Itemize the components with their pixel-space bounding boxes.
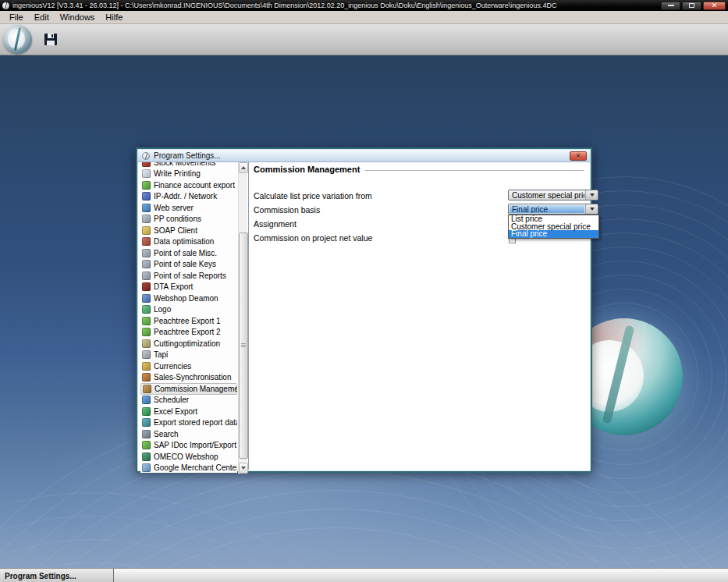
combo-dropdown-button[interactable] [585, 204, 598, 214]
sidebar-item-label: Cuttingoptimization [154, 339, 220, 348]
commission-net-value-label: Commission on project net value [254, 233, 372, 243]
sidebar-item-label: Logo [154, 305, 171, 314]
dialog-titlebar[interactable]: Program Settings... ✕ [138, 150, 590, 162]
sidebar-item-label: Peachtree Export 2 [154, 328, 221, 336]
sidebar-item-data-optimisation[interactable]: Data optimisation [140, 236, 237, 248]
dialog-title: Program Settings... [154, 151, 221, 160]
sidebar-item-label: Point of sale Misc. [154, 249, 217, 257]
sidebar-item-label: OMECO Webshop [154, 452, 218, 461]
sidebar-item-label: Write Printing [154, 169, 201, 178]
scroll-up-button[interactable] [239, 162, 248, 173]
scroll-down-button[interactable] [239, 463, 248, 474]
assignment-label: Assignment [254, 219, 297, 229]
toolbar [0, 24, 728, 55]
sidebar-item-peachtree-export-2[interactable]: Peachtree Export 2 [140, 327, 237, 339]
menu-hilfe[interactable]: Hilfe [100, 12, 128, 23]
arrow-down-icon [241, 467, 246, 470]
sync-icon [142, 373, 151, 381]
sidebar-item-tapi[interactable]: Tapi [140, 350, 237, 361]
sidebar-item-cuttingoptimization[interactable]: Cuttingoptimization [140, 338, 237, 350]
sidebar-item-peachtree-export-1[interactable]: Peachtree Export 1 [140, 315, 237, 327]
taskbar-button-label: Program Settings... [0, 572, 76, 580]
dialog-inner: Program Settings... ✕ Stock MovementsWri… [137, 149, 591, 471]
save-icon [44, 34, 57, 45]
commission-basis-combo[interactable]: Final price [508, 204, 598, 215]
sidebar-item-label: Tapi [154, 350, 168, 359]
sidebar-item-label: Export stored report data [154, 418, 237, 427]
minimize-button[interactable] [661, 2, 680, 10]
report-export-icon [142, 418, 151, 427]
menubar: FileEditWindowsHilfe [0, 11, 728, 24]
save-button[interactable] [44, 33, 58, 46]
program-settings-dialog: Program Settings... ✕ Stock MovementsWri… [136, 147, 592, 473]
cash-register-icon [142, 249, 151, 257]
sidebar-item-currencies[interactable]: Currencies [140, 360, 237, 372]
dialog-close-button[interactable]: ✕ [570, 151, 587, 161]
sidebar-item-omeco-webshop[interactable]: OMECO Webshop [140, 451, 237, 463]
sidebar-item-label: Data optimisation [154, 237, 214, 246]
calculate-list-price-combo[interactable]: Customer special price [508, 190, 598, 201]
sidebar-item-label: Scheduler [154, 396, 189, 404]
phone-icon [142, 350, 151, 359]
taskbar-program-settings-button[interactable]: Program Settings... [0, 569, 114, 582]
sidebar-item-search[interactable]: Search [140, 428, 237, 440]
commission-basis-value: Final price [510, 205, 584, 213]
panel-header: Commission Management [254, 165, 584, 174]
export-arrows-icon [142, 328, 151, 336]
sidebar-item-point-of-sale-misc[interactable]: Point of sale Misc. [140, 247, 237, 259]
sidebar-item-excel-export[interactable]: Excel Export [140, 406, 237, 417]
minimize-icon [668, 5, 674, 6]
sidebar-item-label: Google Merchant Center [154, 463, 237, 472]
scrollbar-thumb[interactable] [239, 232, 248, 459]
network-icon [142, 192, 151, 201]
ingenious-logo-icon [3, 25, 32, 54]
sidebar-item-webshop-deamon[interactable]: Webshop Deamon [140, 293, 237, 304]
dialog-logo-icon [142, 152, 150, 160]
sidebar-item-point-of-sale-reports[interactable]: Point of sale Reports [140, 270, 237, 282]
maximize-button[interactable] [682, 2, 701, 10]
sidebar-item-point-of-sale-keys[interactable]: Point of sale Keys [140, 259, 237, 271]
dropdown-option-final-price[interactable]: Final price [509, 230, 598, 238]
sidebar-item-google-merchant-center[interactable]: Google Merchant Center [140, 463, 237, 474]
sidebar-item-soap-client[interactable]: SOAP Client [140, 225, 237, 236]
cash-register-icon [142, 271, 151, 280]
sidebar-item-label: SAP IDoc Import/Export [154, 441, 236, 449]
sidebar-item-label: DTA Export [154, 282, 193, 291]
sidebar-item-label: Web server [154, 204, 194, 212]
sidebar-item-web-server[interactable]: Web server [140, 202, 237, 214]
soap-box-icon [142, 226, 151, 235]
scissors-icon [142, 339, 151, 348]
sidebar-item-sap-idoc-import-export[interactable]: SAP IDoc Import/Export [140, 440, 237, 452]
sidebar-item-dta-export[interactable]: DTA Export [140, 282, 237, 293]
database-monitor-icon [142, 237, 151, 246]
maximize-icon [689, 3, 694, 8]
dialog-close-icon: ✕ [575, 153, 581, 160]
sidebar-item-sales-synchronisation[interactable]: Sales-Synchronisation [140, 372, 237, 384]
commission-money-icon [143, 385, 151, 393]
calculate-list-price-value: Customer special price [510, 191, 584, 199]
scrollbar-grip [241, 343, 246, 348]
sidebar-scrollbar[interactable] [238, 162, 247, 474]
sidebar-item-label: Peachtree Export 1 [154, 317, 221, 325]
sidebar-item-logo[interactable]: Logo [140, 304, 237, 316]
dta-export-icon [142, 282, 151, 291]
combo-dropdown-button[interactable] [585, 190, 598, 200]
stock-movements-icon [142, 162, 151, 167]
menu-edit[interactable]: Edit [29, 12, 55, 23]
sidebar-item-write-printing[interactable]: Write Printing [140, 169, 237, 180]
menu-file[interactable]: File [4, 12, 29, 23]
close-button[interactable]: ✕ [703, 2, 726, 10]
window-controls: ✕ [661, 2, 726, 10]
menu-windows[interactable]: Windows [55, 12, 101, 23]
sidebar-item-ip-addr-network[interactable]: IP-Addr. / Network [140, 191, 237, 203]
coins-icon [142, 362, 151, 371]
sidebar-item-finance-account-export[interactable]: Finance account export [140, 179, 237, 191]
sidebar-item-label: Point of sale Keys [154, 260, 216, 268]
screen: ingeniousV12 [V3.3.41 - 26.03.12] - C:\U… [0, 0, 728, 582]
sidebar-item-stock-movements[interactable]: Stock Movements [140, 162, 237, 169]
image-icon [142, 305, 151, 314]
sidebar-item-export-stored-report-data[interactable]: Export stored report data [140, 417, 237, 429]
sidebar-item-scheduler[interactable]: Scheduler [140, 395, 237, 406]
sidebar-item-pp-conditions[interactable]: PP conditions [140, 214, 237, 225]
sidebar-item-commission-management[interactable]: Commission Management [140, 383, 237, 395]
